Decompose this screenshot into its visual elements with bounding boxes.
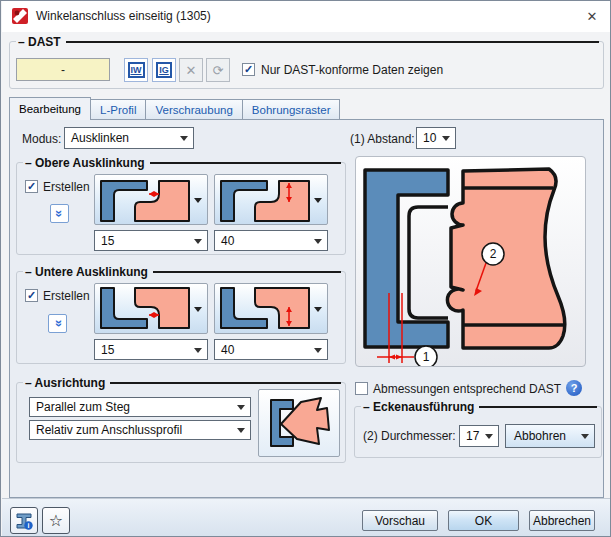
close-button[interactable]: ✕: [579, 5, 605, 27]
obere-tiefe-picture-combo[interactable]: [94, 174, 208, 225]
untere-tiefe-picture-combo[interactable]: [94, 283, 208, 334]
abmessungen-dast-checkbox[interactable]: [355, 382, 368, 395]
abstand-label: (1) Abstand:: [350, 132, 415, 146]
check-icon: ✓: [244, 64, 253, 75]
favorites-button[interactable]: ☆: [42, 507, 70, 534]
obere-group-title: Obere Ausklinkung: [23, 156, 150, 170]
untere-laenge-combobox[interactable]: 40: [214, 339, 328, 360]
ausrichtung-group-title: Ausrichtung: [23, 376, 110, 390]
star-icon: ☆: [49, 513, 63, 529]
tab-bar: Bearbeitung L-Profil Verschraubung Bohru…: [9, 97, 340, 120]
notch-length-diagram-icon: [217, 177, 311, 223]
dast-group: DAST - IW IG ✕ ⟳ ✓ Nur DAST-konforme Dat…: [9, 41, 604, 89]
tab-bohrungsraster[interactable]: Bohrungsraster: [243, 99, 341, 120]
ig-icon: IG: [156, 62, 172, 78]
untere-tiefe-combobox[interactable]: 15: [94, 339, 208, 360]
connection-preview: 1 2: [355, 156, 586, 367]
callout-2: 2: [490, 247, 497, 261]
untere-erstellen-checkbox[interactable]: ✓: [25, 289, 38, 302]
delete-button[interactable]: ✕: [179, 58, 203, 82]
untere-ausklinkung-group: Untere Ausklinkung ✓ Erstellen «: [16, 271, 346, 364]
svg-text:i: i: [28, 522, 30, 529]
refresh-icon: ⟳: [213, 63, 224, 78]
notch-depth-diagram-icon: [97, 177, 191, 223]
alignment-diagram-icon: [259, 390, 339, 456]
i-beam-icon: i: [14, 511, 34, 531]
check-icon: ✓: [27, 181, 36, 192]
double-chevron-down-icon: »: [53, 210, 66, 217]
notch-length-diagram-icon: [217, 286, 311, 332]
obere-expand-button[interactable]: »: [50, 204, 69, 223]
ausrichtung-preview-button[interactable]: [258, 389, 340, 457]
delete-icon: ✕: [186, 63, 197, 78]
untere-erstellen-label: Erstellen: [43, 289, 90, 303]
ausrichtung-group: Ausrichtung Parallel zum Steg Relativ zu…: [16, 382, 346, 463]
dast-group-title: DAST: [16, 35, 66, 49]
tab-bearbeitung[interactable]: Bearbeitung: [9, 97, 91, 120]
ecken-group-title: Eckenausführung: [361, 400, 479, 414]
callout-1: 1: [423, 350, 430, 364]
untere-expand-button[interactable]: «: [48, 314, 67, 333]
tab-l-profil[interactable]: L-Profil: [91, 99, 146, 120]
close-icon: ✕: [587, 9, 598, 24]
ausrichtung-combobox-2[interactable]: Relativ zum Anschlussprofil: [29, 420, 251, 440]
refresh-button[interactable]: ⟳: [206, 58, 230, 82]
untere-group-title: Untere Ausklinkung: [23, 265, 153, 279]
eckenmodus-combobox[interactable]: Abbohren: [505, 424, 595, 448]
eckenausfuehrung-group: Eckenausführung (2) Durchmesser: 17 Abbo…: [354, 406, 602, 458]
obere-erstellen-label: Erstellen: [43, 180, 90, 194]
notch-depth-diagram-icon: [97, 286, 191, 332]
durchmesser-combobox[interactable]: 17: [459, 425, 499, 447]
connection-diagram-icon: 1 2: [356, 157, 585, 366]
dast-conform-checkbox[interactable]: ✓: [242, 63, 255, 76]
ausrichtung-combobox-1[interactable]: Parallel zum Steg: [29, 397, 251, 417]
untere-laenge-picture-combo[interactable]: [214, 283, 328, 334]
abstand-combobox[interactable]: 10: [416, 127, 456, 149]
dast-conform-label: Nur DAST-konforme Daten zeigen: [261, 63, 443, 77]
ok-button[interactable]: OK: [448, 510, 519, 531]
obere-laenge-picture-combo[interactable]: [214, 174, 328, 225]
titlebar: Winkelanschluss einseitig (1305) ✕: [2, 1, 611, 32]
tab-verschraubung[interactable]: Verschraubung: [146, 99, 242, 120]
profile-info-button[interactable]: i: [10, 507, 38, 534]
obere-tiefe-combobox[interactable]: 15: [94, 230, 208, 251]
app-icon: [12, 8, 28, 24]
durchmesser-label: (2) Durchmesser:: [363, 429, 456, 443]
obere-ausklinkung-group: Obere Ausklinkung ✓ Erstellen »: [16, 162, 346, 255]
iw-button[interactable]: IW: [124, 58, 148, 82]
modus-label: Modus:: [22, 132, 61, 146]
double-chevron-up-icon: «: [51, 320, 64, 327]
ig-button[interactable]: IG: [152, 58, 176, 82]
abbrechen-button[interactable]: Abbrechen: [529, 510, 595, 531]
obere-laenge-combobox[interactable]: 40: [214, 230, 328, 251]
abmessungen-dast-label: Abmessungen entsprechend DAST: [373, 382, 561, 396]
dialog-window: Winkelanschluss einseitig (1305) ✕ DAST …: [0, 0, 611, 537]
check-icon: ✓: [27, 290, 36, 301]
help-icon[interactable]: ?: [566, 380, 582, 396]
obere-erstellen-checkbox[interactable]: ✓: [25, 180, 38, 193]
tab-panel: Modus: Ausklinken (1) Abstand: 10 Obere …: [9, 119, 604, 498]
vorschau-button[interactable]: Vorschau: [362, 510, 438, 531]
footer-bar: i ☆ Vorschau OK Abbrechen: [2, 498, 611, 537]
modus-combobox[interactable]: Ausklinken: [64, 127, 194, 149]
window-title: Winkelanschluss einseitig (1305): [36, 9, 211, 23]
dast-code-field[interactable]: -: [16, 58, 110, 81]
iw-icon: IW: [128, 62, 145, 78]
